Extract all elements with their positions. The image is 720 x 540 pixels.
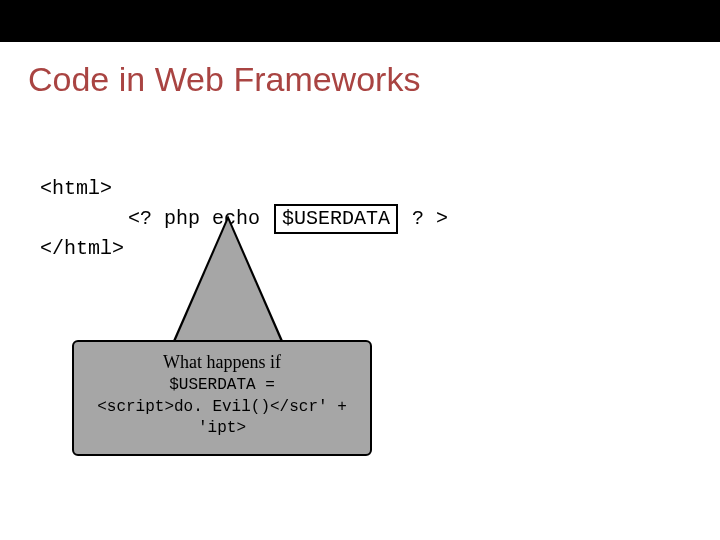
slide-title: Code in Web Frameworks [28, 60, 420, 99]
callout-box: What happens if $USERDATA = <script>do. … [72, 340, 372, 456]
callout-line2: <script>do. Evil()</scr' + 'ipt> [82, 397, 362, 440]
top-bar [0, 0, 720, 42]
php-close: ? > [400, 207, 448, 230]
callout-line1: $USERDATA = [82, 375, 362, 397]
callout-question: What happens if [82, 352, 362, 373]
userdata-token: $USERDATA [274, 204, 398, 234]
code-open-html: <html> [40, 174, 448, 204]
